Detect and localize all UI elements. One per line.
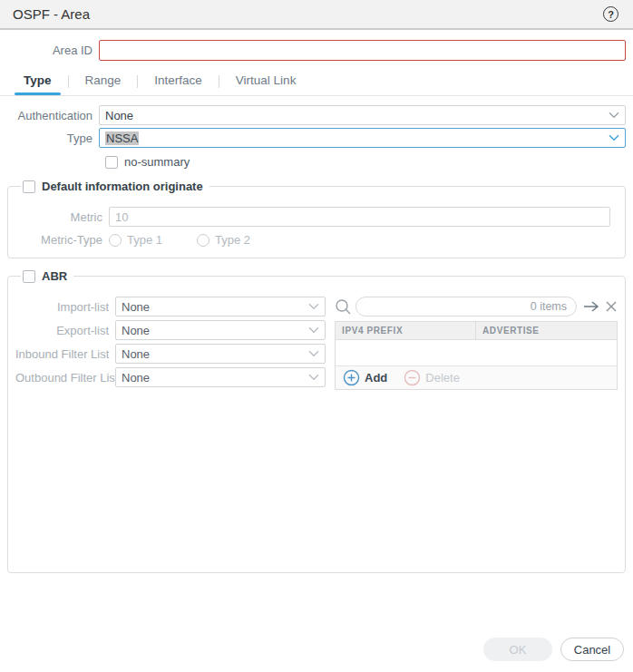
delete-button[interactable]: Delete [404,369,460,386]
no-summary-label: no-summary [124,155,190,169]
prefix-search-pill: 0 items [355,297,577,317]
no-summary-row: no-summary [105,155,633,169]
metric-type-label: Metric-Type [15,233,109,247]
type2-radio[interactable] [197,234,209,247]
abr-legend: ABR [21,269,73,283]
type-value: NSSA [105,131,139,145]
clear-filter-x-icon[interactable] [605,300,618,313]
import-list-value: None [122,300,150,314]
tab-range[interactable]: Range [82,73,125,94]
type-label: Type [0,131,99,145]
chevron-down-icon [308,374,319,381]
prefix-table-body[interactable] [336,340,617,365]
authentication-select[interactable]: None [99,105,626,125]
type1-radio-label: Type 1 [127,233,162,247]
authentication-value: None [105,109,133,122]
column-header-advertise[interactable]: ADVERTISE [476,322,617,339]
type-row: Type NSSA [0,128,633,148]
item-count-badge: 0 items [531,300,567,313]
export-list-row: Export-list None [15,319,329,341]
minus-circle-icon [404,369,421,386]
metric-row: Metric [15,207,618,227]
import-list-row: Import-list None [15,296,329,317]
outbound-filter-list-value: None [122,371,150,385]
search-icon [335,298,352,316]
import-list-label: Import-list [15,300,115,314]
type1-radio[interactable] [109,234,122,247]
ok-button[interactable]: OK [483,638,552,661]
cancel-button[interactable]: Cancel [560,638,624,661]
metric-label: Metric [15,210,109,224]
area-id-row: Area ID [0,40,633,61]
help-icon[interactable]: ? [603,6,618,22]
outbound-filter-list-row: Outbound Filter List None [15,366,329,388]
tab-bar: Type Range Interface Virtual Link [0,73,633,96]
abr-checkbox[interactable] [23,270,35,283]
metric-type-option-1: Type 1 [109,233,162,247]
apply-filter-arrow-icon[interactable] [583,300,599,313]
export-list-label: Export-list [15,324,115,337]
tab-virtual-link[interactable]: Virtual Link [232,73,300,94]
area-id-label: Area ID [0,44,99,57]
type2-radio-label: Type 2 [215,233,250,247]
dialog-titlebar: OSPF - Area ? [0,0,633,30]
tab-type[interactable]: Type [20,73,55,94]
prefix-table-header: IPV4 PREFIX ADVERTISE [336,322,617,340]
inbound-filter-list-select[interactable]: None [115,344,326,364]
area-id-input[interactable] [99,40,626,61]
prefix-search-bar: 0 items [335,296,618,317]
export-list-select[interactable]: None [115,320,326,340]
chevron-down-icon [308,303,319,310]
prefix-table: IPV4 PREFIX ADVERTISE Add [335,321,618,390]
ipv4-prefix-panel: 0 items IPV4 PREFIX ADVERTISE [335,296,618,390]
metric-type-option-2: Type 2 [197,233,250,247]
export-list-value: None [122,324,150,337]
inbound-filter-list-label: Inbound Filter List [15,347,115,361]
authentication-row: Authentication None [0,105,633,125]
abr-filter-lists: Import-list None Export-list None [15,296,329,390]
tab-separator [137,75,138,88]
metric-type-row: Metric-Type Type 1 Type 2 [15,233,618,247]
dialog-footer: OK Cancel [483,638,624,661]
abr-label: ABR [42,269,67,283]
dialog-title: OSPF - Area [13,6,90,22]
chevron-down-icon [308,326,319,334]
chevron-down-icon [609,112,619,119]
add-button[interactable]: Add [343,369,387,386]
no-summary-checkbox[interactable] [105,156,118,169]
prefix-table-footer: Add Delete [336,365,617,389]
abr-fieldset: ABR Import-list None Export-list [7,269,626,573]
plus-circle-icon [343,369,360,386]
tab-interface[interactable]: Interface [151,73,206,94]
tab-separator [68,75,69,88]
metric-input[interactable] [109,207,610,227]
tab-separator [219,75,219,88]
default-info-originate-label: Default information originate [42,180,203,193]
column-header-ipv4-prefix[interactable]: IPV4 PREFIX [336,322,476,339]
default-info-originate-checkbox[interactable] [23,180,35,193]
add-button-label: Add [365,371,387,385]
outbound-filter-list-select[interactable]: None [115,367,326,387]
chevron-down-icon [609,134,619,141]
import-list-select[interactable]: None [115,297,326,317]
delete-button-label: Delete [425,371,460,385]
default-info-originate-legend: Default information originate [21,180,209,193]
prefix-search-input[interactable] [365,300,531,314]
inbound-filter-list-value: None [122,347,150,361]
inbound-filter-list-row: Inbound Filter List None [15,343,329,365]
chevron-down-icon [308,350,319,357]
authentication-label: Authentication [0,109,99,122]
outbound-filter-list-label: Outbound Filter List [15,371,115,385]
type-select[interactable]: NSSA [99,128,626,148]
default-info-originate-fieldset: Default information originate Metric Met… [7,180,626,258]
